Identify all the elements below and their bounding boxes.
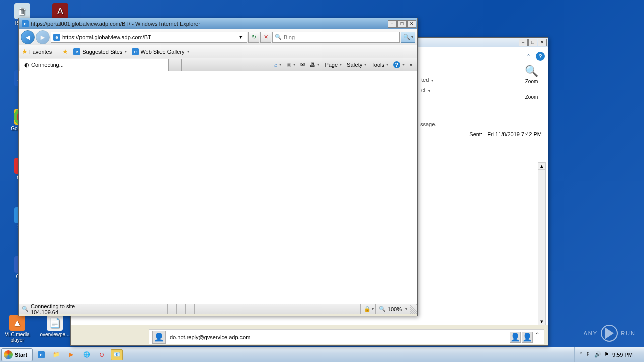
taskbar-opera[interactable]: O — [96, 349, 108, 360]
feeds-button[interactable]: ▣▾ — [284, 60, 297, 69]
add-favorite-button[interactable]: ★ — [62, 48, 68, 55]
scrollbar[interactable]: ▴ ≡ ▾ — [538, 162, 546, 325]
resize-grip[interactable] — [410, 304, 417, 314]
suggested-sites-link[interactable]: e Suggested Sites ▾ — [73, 48, 127, 55]
favorites-button[interactable]: ★ Favorites — [22, 48, 52, 55]
zoom-control[interactable]: 🔍 100% ▾ — [376, 306, 410, 312]
star-icon: ★ — [22, 48, 28, 55]
watermark: ANY RUN — [584, 325, 636, 342]
address-dropdown[interactable]: ▾ — [237, 34, 245, 40]
stop-button[interactable]: ✕ — [260, 32, 271, 43]
maximize-button[interactable]: □ — [397, 20, 407, 28]
back-button[interactable]: ◄ — [21, 30, 35, 44]
ie-titlebar[interactable]: e https://portal001.globalview.adp.com/B… — [19, 18, 417, 29]
contact-icon[interactable]: 👤 — [522, 332, 533, 343]
star-plus-icon: ★ — [62, 48, 68, 55]
close-button[interactable]: ✕ — [407, 20, 416, 28]
play-icon — [605, 327, 614, 339]
sent-info: Sent: Fri 11/8/2019 7:42 PM — [469, 131, 542, 137]
flag-icon[interactable]: ⚑ — [604, 351, 609, 358]
taskbar-ie[interactable]: e — [35, 349, 47, 360]
ie-icon: e — [73, 48, 80, 55]
search-bar[interactable]: 🔍 — [272, 32, 400, 43]
search-go-button[interactable]: 🔍▾ — [401, 32, 415, 43]
refresh-button[interactable]: ↻ — [248, 32, 259, 43]
status-bar: 🔍 Connecting to site 104.109.64 🔒▾ 🔍 100… — [19, 304, 417, 314]
address-bar[interactable]: e ▾ — [51, 32, 247, 43]
forward-button[interactable]: ► — [36, 30, 50, 44]
ie-window: e https://portal001.globalview.adp.com/B… — [18, 18, 418, 316]
outlook-maximize-button[interactable]: □ — [528, 39, 537, 46]
zoom-icon: 🔍 — [379, 306, 386, 312]
show-desktop[interactable] — [636, 348, 640, 361]
taskbar-explorer[interactable]: 📁 — [50, 349, 62, 360]
search-icon: 🔍 — [22, 306, 29, 312]
taskbar-outlook[interactable]: 📧 — [111, 349, 123, 360]
page-menu[interactable]: Page▾ — [323, 61, 344, 69]
site-icon: e — [53, 34, 60, 41]
volume-icon[interactable]: 🔊 — [594, 351, 601, 358]
expand-icon[interactable]: ⌃ — [534, 332, 541, 343]
start-button[interactable]: Start — [1, 348, 33, 361]
ribbon-collapse-icon[interactable]: ⌃ — [524, 52, 533, 61]
url-input[interactable] — [62, 34, 235, 40]
window-title: e https://portal001.globalview.adp.com/B… — [20, 20, 387, 27]
message-fragment: ssage. — [420, 121, 436, 127]
contact-icon[interactable]: 👤 — [510, 332, 521, 343]
home-button[interactable]: ⌂▾ — [272, 61, 284, 69]
new-tab-button[interactable] — [170, 59, 182, 71]
avatar-icon: 👤 — [152, 331, 166, 344]
reply-footer: 👤 do.not.reply@gvservice.adp.com 👤 👤 ⌃ — [149, 329, 544, 344]
navigation-bar: ◄ ► e ▾ ↻ ✕ 🔍 🔍▾ — [19, 29, 417, 45]
search-input[interactable] — [284, 34, 397, 40]
help-button[interactable]: ?▾ — [391, 60, 407, 69]
outlook-close-button[interactable]: ✕ — [538, 39, 547, 46]
ie-icon: e — [132, 48, 139, 55]
taskbar: Start e 📁 ▶ 🌐 O 📧 ⌃ ⚐ 🔊 ⚑ 9:59 PM — [0, 347, 644, 362]
taskbar-media[interactable]: ▶ — [65, 349, 77, 360]
tools-menu[interactable]: Tools▾ — [369, 61, 390, 69]
help-icon[interactable]: ? — [536, 52, 545, 61]
zoom-icon[interactable]: 🔍 — [523, 65, 540, 78]
tab-connecting[interactable]: ◐ Connecting... — [20, 59, 169, 71]
web-slice-link[interactable]: e Web Slice Gallery ▾ — [132, 48, 189, 55]
security-zone[interactable]: 🔒▾ — [361, 304, 376, 314]
zoom-group: 🔍 Zoom Zoom — [519, 63, 544, 100]
clock[interactable]: 9:59 PM — [612, 352, 633, 358]
loading-icon: ◐ — [24, 62, 29, 68]
safety-menu[interactable]: Safety▾ — [345, 61, 368, 69]
action-center-icon[interactable]: ⚐ — [586, 351, 591, 358]
favorites-bar: ★ Favorites ★ e Suggested Sites ▾ e Web … — [19, 45, 417, 58]
ie-icon: e — [22, 20, 29, 27]
system-tray: ⌃ ⚐ 🔊 ⚑ 9:59 PM — [574, 347, 644, 362]
outlook-minimize-button[interactable]: − — [519, 39, 528, 46]
desktop-icon-vlc[interactable]: ▲ VLC media player — [3, 315, 31, 343]
search-icon: 🔍 — [275, 34, 282, 40]
page-content — [19, 71, 417, 304]
windows-icon — [4, 350, 13, 359]
tab-row: ◐ Connecting... ⌂▾ ▣▾ ✉ 🖶▾ Page▾ Safety▾… — [19, 58, 417, 71]
minimize-button[interactable]: − — [388, 20, 397, 28]
reply-email: do.not.reply@gvservice.adp.com — [170, 334, 250, 340]
taskbar-chrome[interactable]: 🌐 — [80, 349, 93, 360]
print-button[interactable]: 🖶▾ — [308, 61, 321, 69]
tray-up-icon[interactable]: ⌃ — [579, 351, 583, 358]
more-icon[interactable]: » — [408, 61, 414, 68]
status-text: 🔍 Connecting to site 104.109.64 — [19, 304, 99, 314]
desktop-icon-overview[interactable]: 📄 overviewpe... — [37, 315, 72, 337]
mail-button[interactable]: ✉ — [298, 60, 307, 69]
